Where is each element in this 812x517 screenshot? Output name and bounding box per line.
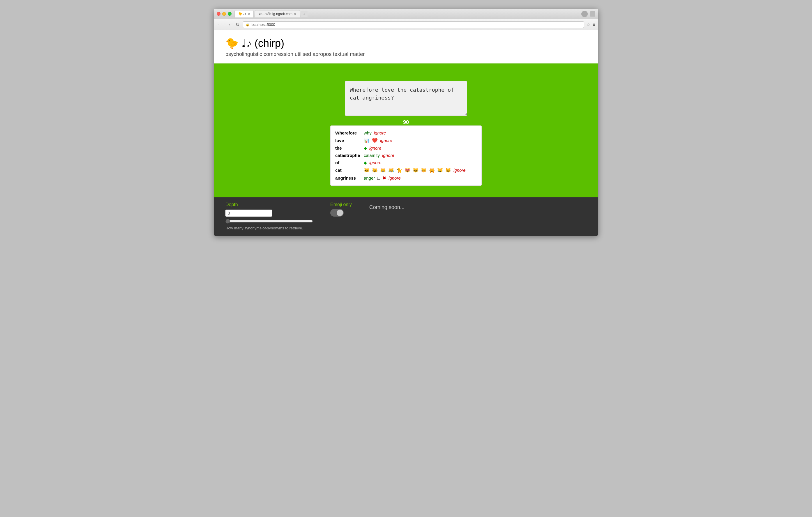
- back-button[interactable]: ←: [217, 22, 223, 28]
- url-bar[interactable]: 🔒 localhost:5000: [243, 21, 584, 28]
- cat-emoji-11[interactable]: 😾: [445, 168, 451, 173]
- app-header: 🐤 ♩♪ (chirp) psycholinguistic compressio…: [214, 30, 598, 63]
- the-diamond: ◆: [364, 146, 367, 151]
- maximize-button[interactable]: [228, 12, 232, 16]
- ignore-of[interactable]: ignore: [369, 160, 381, 165]
- word-row-the: the ◆ ignore: [335, 144, 477, 152]
- ignore-wherefore[interactable]: ignore: [374, 130, 386, 135]
- title-bar: 🐤 ♩♪ × xn--nl8h1g.ngrok.com × +: [214, 9, 598, 19]
- forward-button[interactable]: →: [226, 22, 232, 28]
- toggle-knob: [337, 210, 343, 216]
- word-row-of: of ◆ ignore: [335, 159, 477, 166]
- tab2-close-icon[interactable]: ×: [294, 12, 296, 16]
- minimize-button[interactable]: [222, 12, 226, 16]
- bottom-controls: Depth How many synonyms-of-synonyms to r…: [214, 197, 598, 236]
- depth-hint: How many synonyms-of-synonyms to retriev…: [226, 226, 313, 230]
- app-title: 🐤 ♩♪ (chirp): [226, 37, 586, 50]
- word-wherefore: Wherefore: [335, 130, 361, 135]
- browser-window: 🐤 ♩♪ × xn--nl8h1g.ngrok.com × + ← → ↻ 🔒 …: [214, 9, 598, 236]
- nav-bar: ← → ↻ 🔒 localhost:5000 ☆ ≡: [214, 19, 598, 30]
- love-emoji-1[interactable]: 📊: [364, 138, 370, 143]
- love-emoji-2[interactable]: ❤️: [372, 138, 378, 143]
- ignore-cat[interactable]: ignore: [454, 168, 466, 173]
- url-text: localhost:5000: [251, 23, 275, 27]
- syn-calamity: calamity: [364, 153, 380, 158]
- word-analysis-panel: Wherefore why ignore love 📊 ❤️ ignore th…: [330, 125, 482, 186]
- word-row-love: love 📊 ❤️ ignore: [335, 136, 477, 144]
- word-of: of: [335, 160, 361, 165]
- tab1-close-icon[interactable]: ×: [248, 12, 250, 16]
- syn-why: why: [364, 130, 372, 135]
- ignore-catastrophe[interactable]: ignore: [382, 153, 394, 158]
- ignore-the[interactable]: ignore: [369, 146, 381, 151]
- menu-icon[interactable]: ≡: [593, 22, 595, 27]
- main-area: Wherefore love the catastrophe of cat an…: [214, 63, 598, 197]
- coming-soon-group: Coming soon...: [369, 202, 405, 210]
- word-row-cat: cat 🐱 😺 😸 😹 🐈 😻 😼 😽 🙀 😿 😾 ignore: [335, 166, 477, 174]
- of-diamond: ◆: [364, 160, 367, 165]
- coming-soon-text: Coming soon...: [369, 204, 405, 210]
- word-row-catastrophe: catastrophe calamity ignore: [335, 152, 477, 159]
- char-count: 90: [403, 119, 409, 125]
- url-lock-icon: 🔒: [245, 23, 250, 27]
- word-row-angriness: angriness anger □ ✖ ignore: [335, 174, 477, 182]
- emoji-toggle-group: Emoji only: [330, 202, 352, 217]
- emoji-only-label: Emoji only: [330, 202, 352, 207]
- cat-emoji-4[interactable]: 😹: [388, 168, 394, 173]
- ignore-love[interactable]: ignore: [380, 138, 392, 143]
- tabs-bar: 🐤 ♩♪ × xn--nl8h1g.ngrok.com × +: [234, 10, 581, 18]
- refresh-button[interactable]: ↻: [234, 22, 240, 28]
- depth-slider[interactable]: [226, 219, 313, 223]
- cat-emoji-6[interactable]: 😻: [405, 168, 410, 173]
- traffic-lights: [217, 12, 232, 16]
- cat-emoji-1[interactable]: 🐱: [364, 168, 370, 173]
- tab1-icon: 🐤 ♩♪: [238, 12, 246, 16]
- cat-emoji-7[interactable]: 😼: [413, 168, 418, 173]
- text-input[interactable]: Wherefore love the catastrophe of cat an…: [345, 81, 467, 116]
- tab-1[interactable]: 🐤 ♩♪ ×: [234, 10, 254, 18]
- word-love: love: [335, 138, 361, 143]
- depth-label: Depth: [226, 202, 313, 207]
- syn-anger: anger: [364, 176, 375, 181]
- cat-emoji-8[interactable]: 😽: [421, 168, 427, 173]
- cat-emoji-2[interactable]: 😺: [372, 168, 378, 173]
- emoji-toggle[interactable]: [330, 209, 344, 217]
- cat-emoji-10[interactable]: 😿: [437, 168, 443, 173]
- new-tab-button[interactable]: +: [301, 11, 308, 17]
- ignore-angriness[interactable]: ignore: [388, 176, 401, 181]
- angriness-emoji-2[interactable]: ✖: [382, 175, 386, 181]
- app-subtitle: psycholinguistic compression utilised ap…: [226, 51, 586, 57]
- word-the: the: [335, 146, 361, 151]
- angriness-emoji-1[interactable]: □: [377, 176, 380, 181]
- cat-emoji-9[interactable]: 🙀: [429, 168, 435, 173]
- page-content: 🐤 ♩♪ (chirp) psycholinguistic compressio…: [214, 30, 598, 236]
- depth-control-group: Depth How many synonyms-of-synonyms to r…: [226, 202, 313, 230]
- user-area: [581, 11, 595, 17]
- user-profile-icon[interactable]: [581, 11, 588, 17]
- fullscreen-icon[interactable]: [590, 11, 595, 17]
- tab-2[interactable]: xn--nl8h1g.ngrok.com ×: [255, 10, 300, 18]
- word-cat: cat: [335, 168, 361, 173]
- word-catastrophe: catastrophe: [335, 153, 361, 158]
- close-button[interactable]: [217, 12, 221, 16]
- cat-emoji-5[interactable]: 🐈: [396, 168, 402, 173]
- depth-input[interactable]: [226, 210, 272, 217]
- tab2-label: xn--nl8h1g.ngrok.com: [259, 12, 292, 16]
- bookmark-icon[interactable]: ☆: [586, 22, 590, 27]
- word-row-wherefore: Wherefore why ignore: [335, 129, 477, 136]
- cat-emoji-3[interactable]: 😸: [380, 168, 386, 173]
- word-angriness: angriness: [335, 176, 361, 181]
